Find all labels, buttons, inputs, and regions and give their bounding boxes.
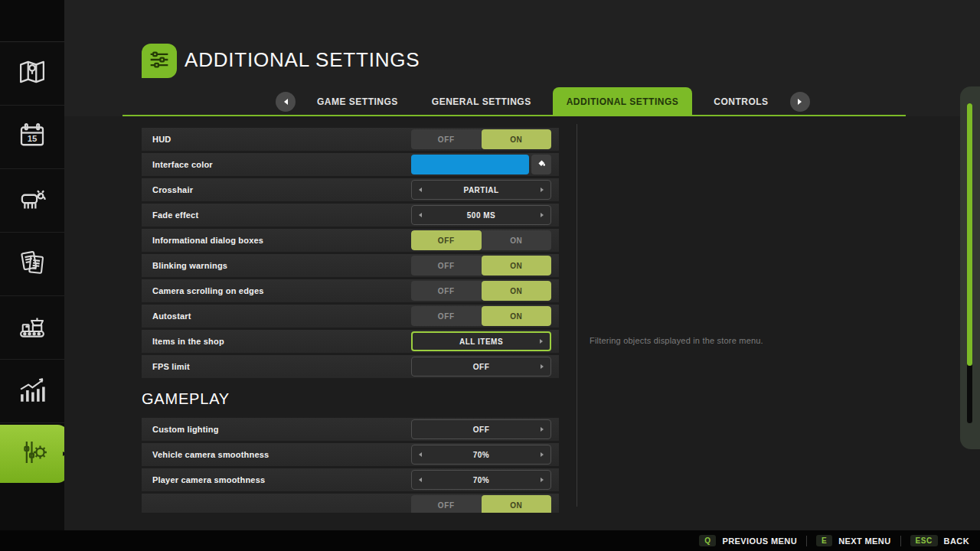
setting-control: OFFON (411, 281, 551, 301)
chevron-left-icon (284, 99, 288, 105)
stepper-fps-limit: OFF (411, 357, 551, 377)
settings-screen: 15 ADDITIONAL SETTINGS GAME SETTINGSGENE… (0, 0, 980, 551)
chevron-right-icon (541, 427, 544, 432)
toggle-blinking-warnings: OFFON (411, 256, 551, 276)
toggle-on-button[interactable]: ON (482, 129, 552, 149)
chevron-left-icon (419, 213, 422, 217)
stepper-value: PARTIAL (429, 186, 534, 194)
sidebar-top-spacer (0, 0, 64, 42)
stepper-right-arrow[interactable] (534, 357, 550, 376)
footer-hotkey-bar: QPREVIOUS MENUENEXT MENUESCBACK (0, 530, 980, 551)
interface-color-control (411, 155, 551, 174)
chevron-right-icon (541, 452, 544, 457)
chevron-left-icon (419, 187, 422, 192)
settings-row: Player camera smoothness70% (142, 468, 559, 491)
toggle-on-button[interactable]: ON (482, 495, 552, 513)
calendar-icon: 15 (16, 119, 48, 155)
stepper-left-arrow[interactable] (412, 206, 429, 224)
contracts-icon (16, 246, 48, 282)
chevron-right-icon (798, 99, 802, 105)
toggle-off-button[interactable]: OFF (411, 256, 482, 276)
settings-row: Informational dialog boxesOFFON (142, 229, 559, 252)
stepper-player-camera-smoothness: 70% (411, 470, 551, 490)
tabs-next-button[interactable] (790, 92, 810, 112)
settings-list: HUDOFFONInterface colorCrosshairPARTIALF… (142, 128, 559, 513)
toggle-autostart: OFFON (411, 306, 551, 326)
stepper-right-arrow[interactable] (534, 181, 550, 199)
toggle-on-button[interactable]: ON (482, 256, 552, 276)
toggle-on-button[interactable]: ON (482, 230, 552, 250)
settings-row: AutostartOFFON (142, 305, 559, 328)
sliders-icon (146, 47, 172, 76)
settings-row: Custom lightingOFF (142, 418, 559, 441)
chevron-left-icon (419, 452, 422, 457)
color-picker-button[interactable] (531, 155, 551, 174)
settings-row: OFFON (142, 494, 559, 513)
toggle-camera-scrolling-on-edges: OFFON (411, 281, 551, 301)
footer-action-back[interactable]: ESCBACK (910, 535, 969, 546)
animals-icon (16, 183, 48, 218)
tab-additional-settings[interactable]: ADDITIONAL SETTINGS (553, 87, 693, 116)
setting-control: OFF (411, 357, 551, 377)
setting-label: Player camera smoothness (142, 475, 411, 484)
footer-action-next-menu[interactable]: ENEXT MENU (816, 535, 891, 546)
scrollbar (960, 86, 980, 449)
setting-control: 70% (411, 470, 551, 490)
stepper-right-arrow[interactable] (533, 333, 550, 350)
key-esc: ESC (910, 535, 938, 546)
chevron-right-icon (541, 364, 544, 369)
footer-action-previous-menu[interactable]: QPREVIOUS MENU (699, 535, 797, 546)
setting-label: Camera scrolling on edges (142, 286, 411, 295)
sidebar-item-statistics[interactable] (0, 360, 64, 423)
toggle-informational-dialog-boxes: OFFON (411, 230, 551, 250)
toggle-off-button[interactable]: OFF (411, 495, 482, 513)
setting-label: Autostart (142, 311, 411, 321)
stepper-right-arrow[interactable] (534, 471, 550, 489)
chevron-right-icon (541, 187, 544, 192)
toggle-off-button[interactable]: OFF (411, 230, 482, 250)
stepper-left-arrow[interactable] (412, 181, 429, 199)
tab-controls[interactable]: CONTROLS (701, 87, 780, 116)
setting-control: OFF (411, 419, 551, 439)
tab-general-settings[interactable]: GENERAL SETTINGS (420, 87, 544, 116)
stepper-value: 500 MS (429, 211, 534, 220)
toggle-off-button[interactable]: OFF (411, 306, 482, 326)
stepper-custom-lighting: OFF (411, 419, 551, 439)
tab-game-settings[interactable]: GAME SETTINGS (305, 87, 410, 116)
stepper-items-in-the-shop: ALL ITEMS (411, 331, 551, 351)
stepper-value: ALL ITEMS (430, 337, 533, 346)
toggle-on-button[interactable]: ON (482, 281, 552, 301)
chevron-left-icon (419, 478, 422, 482)
stepper-left-arrow[interactable] (412, 471, 429, 489)
footer-divider (806, 536, 807, 546)
settings-row: Fade effect500 MS (142, 204, 559, 227)
stepper-right-arrow[interactable] (534, 420, 550, 439)
stepper-right-arrow[interactable] (534, 445, 550, 464)
scrollbar-thumb[interactable] (967, 103, 972, 366)
tab-bar: GAME SETTINGSGENERAL SETTINGSADDITIONAL … (122, 87, 906, 116)
sidebar-item-production[interactable] (0, 296, 64, 360)
settings-row: FPS limitOFF (142, 355, 559, 378)
sidebar-item-map[interactable] (0, 42, 64, 106)
sidebar-item-settings[interactable] (0, 425, 68, 483)
toggle-on-button[interactable]: ON (482, 306, 552, 326)
toggle-off-button[interactable]: OFF (411, 129, 482, 149)
setting-label: Vehicle camera smoothness (142, 450, 411, 459)
setting-label: Informational dialog boxes (142, 236, 411, 245)
setting-control: OFFON (411, 495, 551, 513)
sidebar-item-contracts[interactable] (0, 233, 64, 296)
page-title: ADDITIONAL SETTINGS (185, 48, 420, 72)
toggle-setting: OFFON (411, 495, 551, 513)
sidebar-item-calendar[interactable]: 15 (0, 106, 64, 169)
toggle-off-button[interactable]: OFF (411, 281, 482, 301)
settings-row: Interface color (142, 153, 559, 176)
stepper-left-spacer (412, 420, 429, 439)
sidebar-item-animals[interactable] (0, 169, 64, 233)
footer-divider (900, 536, 901, 546)
stepper-right-arrow[interactable] (534, 206, 550, 224)
setting-label: FPS limit (142, 362, 411, 371)
interface-color-swatch[interactable] (411, 155, 529, 174)
panel-divider (577, 124, 577, 507)
stepper-left-arrow[interactable] (412, 445, 429, 464)
tabs-prev-button[interactable] (276, 92, 296, 112)
